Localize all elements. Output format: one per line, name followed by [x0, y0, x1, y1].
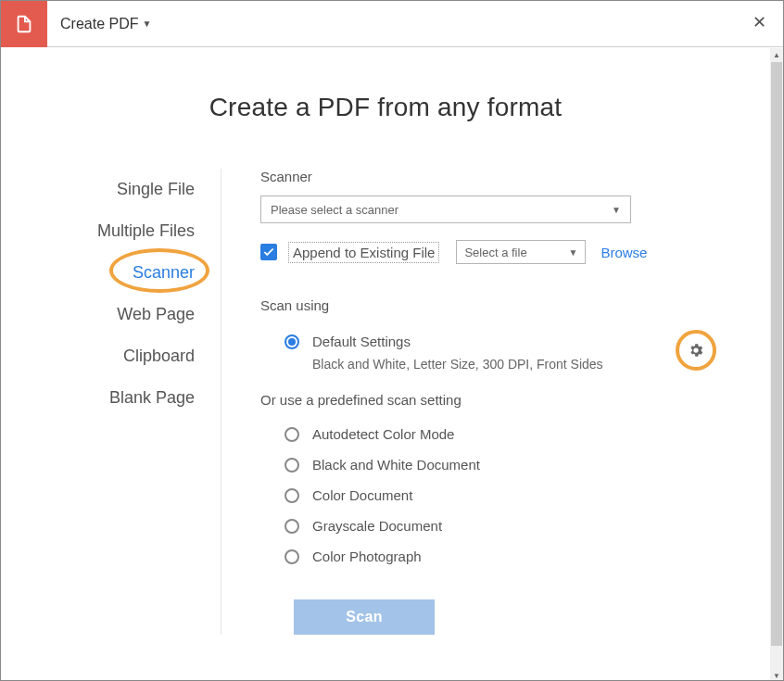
append-label: Append to Existing File — [288, 242, 439, 263]
scroll-down-icon[interactable]: ▼ — [770, 669, 783, 681]
radio-grayscale[interactable] — [285, 519, 299, 534]
sidebar: Single File Multiple Files Scanner Web P… — [1, 169, 221, 635]
predefined-label: Or use a predefined scan setting — [260, 392, 742, 408]
append-checkbox[interactable] — [260, 244, 277, 260]
scroll-up-icon[interactable]: ▲ — [770, 48, 783, 61]
file-select-placeholder: Select a file — [464, 246, 526, 259]
header-title: Create PDF — [60, 16, 138, 32]
default-settings-description: Black and White, Letter Size, 300 DPI, F… — [312, 357, 676, 372]
scan-button[interactable]: Scan — [294, 599, 435, 635]
scanner-label: Scanner — [260, 169, 742, 184]
sidebar-item-web-page[interactable]: Web Page — [1, 294, 221, 335]
header-title-dropdown[interactable]: Create PDF ▼ — [47, 16, 151, 32]
content: Create a PDF from any format Single File… — [1, 48, 770, 680]
check-icon — [262, 246, 275, 259]
default-settings-group: Default Settings Black and White, Letter… — [260, 324, 676, 372]
sidebar-item-multiple-files[interactable]: Multiple Files — [1, 210, 221, 252]
scanner-select[interactable]: Please select a scanner ▼ — [260, 195, 631, 223]
append-row: Append to Existing File Select a file ▼ … — [260, 240, 742, 264]
radio-bw-doc-label: Black and White Document — [312, 457, 480, 473]
radio-grayscale-label: Grayscale Document — [312, 518, 442, 534]
page-title: Create a PDF from any format — [1, 93, 770, 122]
radio-color-doc-row: Color Document — [260, 478, 742, 509]
radio-autodetect-row: Autodetect Color Mode — [260, 417, 742, 448]
scan-using-row: Default Settings Black and White, Letter… — [260, 324, 742, 372]
radio-default-settings[interactable] — [285, 334, 299, 349]
browse-link[interactable]: Browse — [601, 245, 647, 260]
sidebar-item-single-file[interactable]: Single File — [1, 169, 221, 210]
scrollbar-thumb[interactable] — [771, 62, 782, 646]
radio-color-doc-label: Color Document — [312, 487, 412, 503]
radio-default-settings-label: Default Settings — [312, 334, 411, 349]
radio-grayscale-row: Grayscale Document — [260, 509, 742, 539]
close-icon: ✕ — [752, 13, 766, 32]
radio-color-photo-row: Color Photograph — [260, 539, 742, 570]
radio-color-photo-label: Color Photograph — [312, 549, 422, 564]
header: Create PDF ▼ ✕ — [1, 1, 783, 47]
sidebar-item-scanner-wrap: Scanner — [1, 252, 221, 294]
file-select[interactable]: Select a file ▼ — [456, 240, 586, 264]
main: Single File Multiple Files Scanner Web P… — [1, 169, 770, 662]
settings-button[interactable] — [676, 330, 716, 371]
chevron-down-icon: ▼ — [142, 19, 151, 29]
app-icon — [1, 1, 47, 47]
radio-default-settings-row: Default Settings — [260, 324, 676, 355]
form: Scanner Please select a scanner ▼ Append… — [221, 169, 742, 635]
scrollbar[interactable]: ▲ ▼ — [770, 48, 783, 681]
scan-using-label: Scan using — [260, 297, 742, 313]
radio-autodetect-label: Autodetect Color Mode — [312, 426, 454, 442]
radio-bw-doc[interactable] — [285, 458, 299, 473]
gear-icon — [688, 342, 704, 359]
sidebar-item-blank-page[interactable]: Blank Page — [1, 377, 221, 419]
close-button[interactable]: ✕ — [752, 14, 766, 31]
radio-color-doc[interactable] — [285, 488, 299, 503]
scanner-select-placeholder: Please select a scanner — [271, 203, 398, 217]
radio-autodetect[interactable] — [285, 427, 299, 442]
chevron-down-icon: ▼ — [569, 247, 578, 258]
chevron-down-icon: ▼ — [612, 205, 621, 215]
sidebar-item-clipboard[interactable]: Clipboard — [1, 335, 221, 377]
sidebar-item-scanner[interactable]: Scanner — [133, 263, 195, 283]
scan-button-label: Scan — [346, 609, 382, 625]
radio-color-photo[interactable] — [285, 549, 299, 564]
radio-bw-doc-row: Black and White Document — [260, 448, 742, 478]
